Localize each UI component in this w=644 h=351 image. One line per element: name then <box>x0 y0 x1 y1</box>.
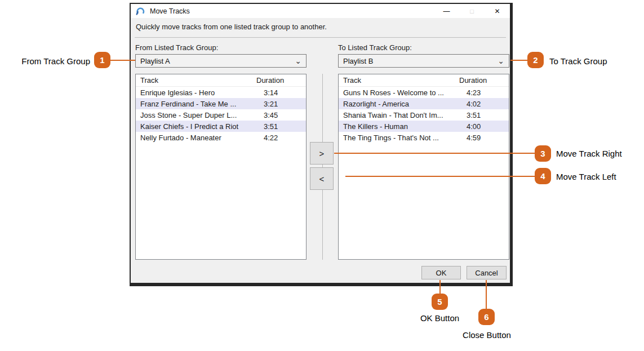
annotation-label-3: Move Track Right <box>556 149 622 158</box>
annotation-badge-5: 5 <box>432 294 448 310</box>
to-list-header: Track Duration <box>339 74 509 87</box>
from-list-header: Track Duration <box>136 74 306 87</box>
track-cell: Guns N Roses - Welcome to ... <box>339 88 459 97</box>
minimize-icon[interactable]: — <box>434 4 459 18</box>
annotation-badge-2: 2 <box>527 52 544 68</box>
ok-button[interactable]: OK <box>421 266 461 279</box>
to-group-label: To Listed Track Group: <box>338 43 412 52</box>
track-cell: Nelly Furtado - Maneater <box>136 134 256 142</box>
window-title: Move Tracks <box>150 7 190 15</box>
headphones-icon <box>136 6 145 16</box>
chevron-down-icon: ⌄ <box>498 58 504 64</box>
track-cell: Franz Ferdinand - Take Me ... <box>136 100 256 108</box>
annotation-badge-6: 6 <box>478 309 495 325</box>
table-row[interactable]: Guns N Roses - Welcome to ... 4:23 <box>339 87 509 98</box>
track-cell: Kaiser Chiefs - I Predict a Riot <box>136 122 256 131</box>
from-group-dropdown[interactable]: Playlist A ⌄ <box>135 54 307 68</box>
table-row[interactable]: Joss Stone - Super Duper L... 3:45 <box>136 109 306 121</box>
move-track-left-button[interactable]: < <box>310 167 334 190</box>
from-group-selected: Playlist A <box>140 57 170 65</box>
to-list-rows: Guns N Roses - Welcome to ... 4:23 Razor… <box>339 87 509 143</box>
duration-cell: 4:22 <box>256 134 306 142</box>
annotation-badge-3: 3 <box>535 145 551 162</box>
dialog-description: Quickly move tracks from one listed trac… <box>136 23 327 31</box>
chevron-down-icon: ⌄ <box>295 58 301 64</box>
cancel-button[interactable]: Cancel <box>467 266 507 279</box>
duration-column-header[interactable]: Duration <box>256 76 306 85</box>
annotation-line-2 <box>510 60 528 61</box>
title-bar: Move Tracks — □ ✕ <box>131 4 510 18</box>
annotation-label-2: To Track Group <box>549 56 607 66</box>
window-controls: — □ ✕ <box>434 4 510 18</box>
move-tracks-dialog: Move Tracks — □ ✕ Quickly move tracks fr… <box>130 3 513 286</box>
duration-cell: 3:51 <box>256 122 306 131</box>
duration-cell: 4:00 <box>459 122 509 131</box>
duration-cell: 3:45 <box>256 111 306 119</box>
annotation-line-4 <box>345 176 535 177</box>
table-row[interactable]: Kaiser Chiefs - I Predict a Riot 3:51 <box>136 121 306 132</box>
annotation-badge-1: 1 <box>94 52 110 68</box>
annotation-line-1 <box>110 60 135 61</box>
divider <box>135 37 506 38</box>
annotation-badge-4: 4 <box>535 168 551 184</box>
table-row[interactable]: Franz Ferdinand - Take Me ... 3:21 <box>136 98 306 109</box>
annotation-label-6: Close Button <box>455 330 518 340</box>
annotation-label-4: Move Track Left <box>556 172 616 181</box>
annotation-line-5 <box>439 280 441 294</box>
table-row[interactable]: The Killers - Human 4:00 <box>339 121 509 132</box>
track-cell: Enrique Iglesias - Hero <box>136 88 256 97</box>
annotation-line-3 <box>334 153 535 154</box>
table-row[interactable]: Razorlight - America 4:02 <box>339 98 509 109</box>
track-column-header[interactable]: Track <box>136 76 256 85</box>
to-track-list[interactable]: Track Duration Guns N Roses - Welcome to… <box>338 74 509 260</box>
from-track-list[interactable]: Track Duration Enrique Iglesias - Hero 3… <box>135 74 307 260</box>
move-track-right-button[interactable]: > <box>310 142 334 165</box>
duration-cell: 3:51 <box>459 111 509 119</box>
track-cell: Joss Stone - Super Duper L... <box>136 111 256 119</box>
table-row[interactable]: Shania Twain - That Don't Im... 3:51 <box>339 109 509 121</box>
annotation-label-5: OK Button <box>411 313 468 323</box>
duration-cell: 4:59 <box>459 134 509 142</box>
close-icon[interactable]: ✕ <box>485 4 510 18</box>
track-column-header[interactable]: Track <box>339 76 459 85</box>
annotation-line-6 <box>486 280 487 309</box>
duration-column-header[interactable]: Duration <box>459 76 509 85</box>
annotation-label-1: From Track Group <box>6 56 90 66</box>
track-cell: The Killers - Human <box>339 122 459 131</box>
from-list-rows: Enrique Iglesias - Hero 3:14 Franz Ferdi… <box>136 87 306 143</box>
annotated-screenshot: Move Tracks — □ ✕ Quickly move tracks fr… <box>0 0 644 351</box>
table-row[interactable]: The Ting Tings - That's Not ... 4:59 <box>339 132 509 143</box>
to-group-selected: Playlist B <box>343 57 373 65</box>
maximize-icon: □ <box>459 4 485 18</box>
table-row[interactable]: Enrique Iglesias - Hero 3:14 <box>136 87 306 98</box>
duration-cell: 4:02 <box>459 100 509 108</box>
duration-cell: 4:23 <box>459 88 509 97</box>
track-cell: Razorlight - America <box>339 100 459 108</box>
duration-cell: 3:14 <box>256 88 306 97</box>
duration-cell: 3:21 <box>256 100 306 108</box>
to-group-dropdown[interactable]: Playlist B ⌄ <box>338 54 509 68</box>
table-row[interactable]: Nelly Furtado - Maneater 4:22 <box>136 132 306 143</box>
track-cell: The Ting Tings - That's Not ... <box>339 134 459 142</box>
from-group-label: From Listed Track Group: <box>135 43 218 52</box>
panel-divider <box>322 74 323 260</box>
track-cell: Shania Twain - That Don't Im... <box>339 111 459 119</box>
